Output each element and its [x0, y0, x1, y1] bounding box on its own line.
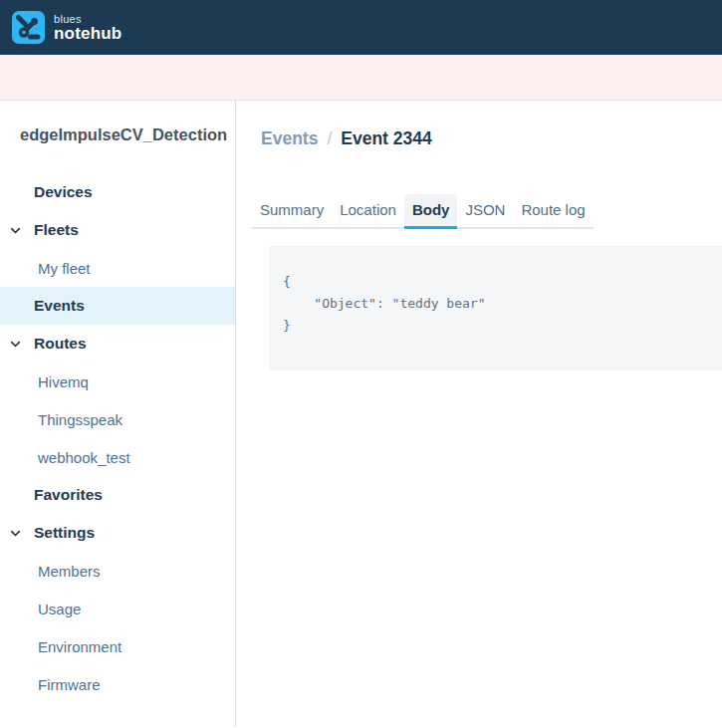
tab-summary[interactable]: Summary [252, 194, 332, 227]
sidebar-item-label: Firmware [38, 676, 101, 693]
breadcrumb: Events/Event 2344 [261, 125, 722, 151]
sidebar-item-label: Usage [38, 601, 81, 617]
sidebar-item-label: Environment [38, 638, 121, 655]
chevron-down-icon[interactable] [9, 527, 22, 540]
sidebar-item-members[interactable]: Members [0, 552, 235, 590]
sidebar-item-favorites[interactable]: Favorites [0, 476, 235, 514]
sidebar-item-settings[interactable]: Settings [0, 514, 235, 552]
sidebar: edgeImpulseCV_Detection DevicesFleetsMy … [0, 101, 236, 727]
tab-route-log[interactable]: Route log [513, 194, 593, 227]
event-body-panel: { "Object": "teddy bear"} [269, 246, 722, 370]
tab-json[interactable]: JSON [457, 194, 513, 227]
sidebar-item-routes[interactable]: Routes [0, 325, 235, 363]
sidebar-nav: DevicesFleetsMy fleetEventsRoutesHivemqT… [0, 173, 235, 703]
sidebar-item-firmware[interactable]: Firmware [0, 665, 235, 703]
sidebar-item-label: Favorites [34, 486, 103, 504]
sidebar-item-label: Fleets [34, 221, 79, 239]
brand-blues-label: blues [54, 13, 121, 25]
page: blues notehub edgeImpulseCV_Detection De… [0, 0, 722, 727]
page-title: Event 2344 [341, 128, 431, 148]
sidebar-item-label: Thingsspeak [38, 411, 122, 428]
sidebar-item-label: Routes [34, 335, 87, 353]
brand-notehub-label: notehub [54, 25, 121, 43]
sidebar-item-my-fleet[interactable]: My fleet [0, 249, 235, 287]
main-content: Events/Event 2344 SummaryLocationBodyJSO… [236, 101, 722, 727]
code-line: { [283, 271, 708, 293]
sidebar-item-label: webhook_test [38, 449, 130, 466]
sidebar-item-hivemq[interactable]: Hivemq [0, 363, 235, 400]
content-area: edgeImpulseCV_Detection DevicesFleetsMy … [0, 101, 722, 727]
chevron-down-icon[interactable] [9, 338, 22, 351]
tab-bar: SummaryLocationBodyJSONRoute log [252, 194, 594, 229]
breadcrumb-separator: / [327, 128, 332, 148]
sidebar-item-label: Hivemq [38, 373, 89, 390]
breadcrumb-events-link[interactable]: Events [261, 128, 318, 148]
sidebar-item-label: Members [38, 563, 101, 580]
code-line: } [283, 315, 708, 337]
sidebar-item-devices[interactable]: Devices [0, 173, 235, 211]
app-header: blues notehub [0, 0, 722, 55]
notification-band [0, 55, 722, 101]
tab-body[interactable]: Body [404, 194, 458, 227]
sidebar-item-usage[interactable]: Usage [0, 590, 235, 627]
chevron-down-icon[interactable] [9, 224, 22, 237]
blues-logo-icon[interactable] [12, 11, 45, 44]
code-line: "Object": "teddy bear" [283, 293, 708, 315]
brand: blues notehub [54, 13, 121, 43]
project-title[interactable]: edgeImpulseCV_Detection [20, 125, 235, 144]
tab-location[interactable]: Location [332, 194, 404, 227]
sidebar-item-label: Devices [34, 183, 93, 201]
sidebar-item-webhook-test[interactable]: webhook_test [0, 438, 235, 476]
sidebar-item-events[interactable]: Events [0, 287, 235, 325]
sidebar-item-fleets[interactable]: Fleets [0, 211, 235, 249]
sidebar-item-label: Events [34, 297, 85, 315]
sidebar-item-thingsspeak[interactable]: Thingsspeak [0, 400, 235, 438]
sidebar-item-environment[interactable]: Environment [0, 627, 235, 665]
sidebar-item-label: Settings [34, 524, 95, 542]
sidebar-item-label: My fleet [38, 260, 91, 277]
